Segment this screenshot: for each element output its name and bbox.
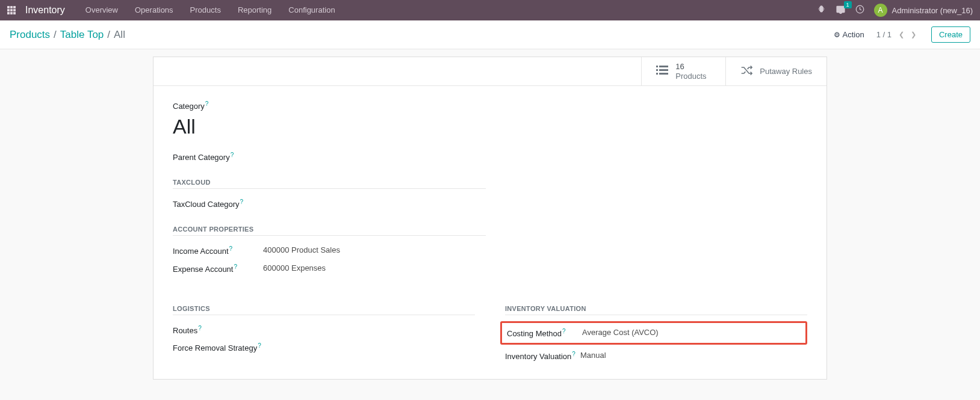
category-name-field[interactable]: All (173, 115, 807, 138)
stat-button-box: 16 Products Putaway Rules (154, 57, 826, 86)
stat-putaway-button[interactable]: Putaway Rules (725, 57, 826, 85)
nav-operations[interactable]: Operations (128, 0, 181, 20)
breadcrumb-products[interactable]: Products (10, 29, 50, 41)
inventory-valuation-label: Inventory Valuation (505, 352, 571, 361)
action-button[interactable]: Action (834, 30, 864, 39)
form-sheet: 16 Products Putaway Rules Category? All (153, 57, 827, 380)
force-removal-label: Force Removal Strategy (173, 343, 257, 352)
help-icon[interactable]: ? (229, 245, 233, 252)
pager-prev-icon[interactable]: ❮ (896, 28, 907, 42)
nav-overview[interactable]: Overview (78, 0, 125, 20)
pager: 1 / 1 ❮ ❯ (876, 28, 919, 42)
svg-rect-5 (656, 73, 658, 75)
svg-rect-4 (659, 69, 668, 71)
help-icon[interactable]: ? (205, 100, 209, 107)
create-button[interactable]: Create (931, 26, 970, 43)
user-name: Administrator (new_16) (892, 6, 973, 15)
inventory-valuation-field[interactable]: Manual (580, 351, 606, 361)
pager-value: 1 / 1 (876, 30, 892, 39)
svg-rect-1 (656, 66, 658, 67)
nav-products[interactable]: Products (183, 0, 228, 20)
help-icon[interactable]: ? (240, 198, 244, 205)
help-icon[interactable]: ? (234, 263, 237, 270)
gear-icon (834, 30, 840, 39)
nav-reporting[interactable]: Reporting (231, 0, 279, 20)
expense-account-field[interactable]: 600000 Expenses (263, 263, 326, 274)
costing-method-highlight: Costing Method? Average Cost (AVCO) (500, 321, 807, 345)
svg-rect-6 (659, 73, 668, 75)
category-label: Category (173, 102, 205, 111)
breadcrumb-current: All (114, 29, 125, 41)
stat-products-label: Products (675, 72, 706, 81)
breadcrumb-table-top[interactable]: Table Top (60, 29, 104, 41)
list-icon (656, 64, 668, 78)
svg-rect-3 (656, 69, 658, 71)
shuffle-icon (740, 65, 752, 78)
help-icon[interactable]: ? (562, 328, 566, 334)
section-taxcloud: TAXCLOUD (173, 179, 486, 189)
expense-account-label: Expense Account (173, 265, 233, 274)
control-panel: Products / Table Top / All Action 1 / 1 … (0, 20, 980, 49)
avatar: A (874, 4, 887, 17)
activities-icon[interactable] (855, 5, 864, 16)
nav-configuration[interactable]: Configuration (281, 0, 342, 20)
debug-icon[interactable] (817, 5, 826, 16)
help-icon[interactable]: ? (198, 325, 202, 331)
svg-rect-2 (659, 66, 668, 67)
costing-method-label: Costing Method (507, 329, 562, 338)
user-menu[interactable]: A Administrator (new_16) (874, 4, 973, 17)
section-inventory-valuation: INVENTORY VALUATION (505, 305, 807, 315)
stat-putaway-label: Putaway Rules (760, 67, 812, 76)
main-navbar: Inventory Overview Operations Products R… (0, 0, 980, 20)
section-account-properties: ACCOUNT PROPERTIES (173, 226, 486, 236)
help-icon[interactable]: ? (258, 342, 261, 349)
breadcrumb: Products / Table Top / All (10, 29, 125, 41)
taxcloud-category-label: TaxCloud Category (173, 200, 240, 209)
stat-products-count: 16 (675, 62, 706, 72)
help-icon[interactable]: ? (231, 152, 234, 158)
parent-category-label: Parent Category (173, 153, 230, 162)
income-account-field[interactable]: 400000 Product Sales (263, 245, 340, 256)
stat-products-button[interactable]: 16 Products (641, 57, 725, 85)
help-icon[interactable]: ? (572, 351, 575, 357)
apps-icon[interactable] (7, 5, 18, 16)
costing-method-field[interactable]: Average Cost (AVCO) (582, 328, 659, 338)
messages-icon[interactable]: 1 (836, 5, 846, 16)
app-brand[interactable]: Inventory (25, 5, 65, 16)
income-account-label: Income Account (173, 247, 229, 256)
messages-badge: 1 (844, 1, 852, 8)
pager-next-icon[interactable]: ❯ (908, 28, 919, 42)
section-logistics: LOGISTICS (173, 305, 475, 315)
routes-label: Routes (173, 326, 197, 335)
